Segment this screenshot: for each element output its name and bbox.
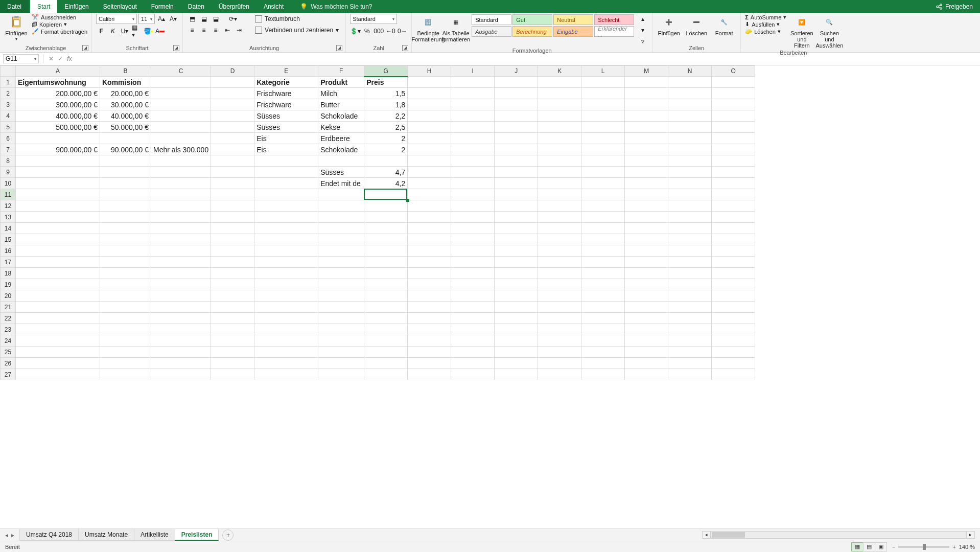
dec-decimal-button[interactable]: 0→ bbox=[397, 26, 407, 36]
merge-check-icon bbox=[255, 27, 262, 34]
cell-style-neutral[interactable]: Neutral bbox=[553, 14, 593, 25]
font-name-combo[interactable]: Calibri▾ bbox=[96, 14, 137, 24]
copy-button[interactable]: 🗐Kopieren ▾ bbox=[32, 21, 87, 28]
paste-icon bbox=[9, 15, 24, 29]
name-box[interactable]: G11▾ bbox=[3, 54, 39, 63]
fill-button[interactable]: ⬇ Ausfüllen ▾ bbox=[745, 21, 786, 28]
ribbon-tab-formeln[interactable]: Formeln bbox=[144, 0, 181, 13]
align-top-button[interactable]: ⬒ bbox=[187, 14, 197, 24]
brush-icon: 🖌️ bbox=[32, 28, 39, 35]
search-icon: 🔍 bbox=[822, 15, 837, 29]
cut-button[interactable]: ✂️Ausschneiden bbox=[32, 14, 87, 20]
align-left-button[interactable]: ≡ bbox=[187, 25, 197, 35]
ribbon-tab-start[interactable]: Start bbox=[30, 0, 57, 13]
merge-center-button[interactable]: Verbinden und zentrieren ▾ bbox=[252, 25, 341, 35]
delete-icon: ➖ bbox=[689, 15, 704, 29]
grow-font-button[interactable]: A▴ bbox=[156, 14, 167, 24]
conditional-format-button[interactable]: 🔢Bedingte Formatierung bbox=[416, 14, 440, 42]
wrap-text-button[interactable]: Textumbruch bbox=[252, 14, 341, 24]
cell-style-berechnung[interactable]: Berechnung bbox=[512, 26, 552, 37]
font-group-label: Schriftart bbox=[126, 45, 149, 51]
sort-filter-button[interactable]: 🔽Sortieren und Filtern bbox=[789, 14, 814, 49]
sort-icon: 🔽 bbox=[794, 15, 809, 29]
number-launcher[interactable]: ◢ bbox=[402, 45, 408, 51]
bulb-icon: 💡 bbox=[300, 3, 308, 10]
wrap-check-icon bbox=[255, 15, 262, 22]
inc-decimal-button[interactable]: ←0 bbox=[385, 26, 395, 36]
svg-point-2 bbox=[940, 7, 942, 9]
percent-button[interactable]: % bbox=[362, 26, 372, 36]
ribbon-tab-ansicht[interactable]: Ansicht bbox=[256, 0, 291, 13]
font-size-combo[interactable]: 11▾ bbox=[138, 14, 155, 24]
cell-style-gut[interactable]: Gut bbox=[512, 14, 552, 25]
fill-color-button[interactable]: 🪣 bbox=[143, 26, 153, 36]
cancel-formula-button[interactable]: ✕ bbox=[46, 55, 56, 62]
number-format-combo[interactable]: Standard▾ bbox=[350, 14, 397, 24]
orientation-button[interactable]: ⟳▾ bbox=[228, 14, 238, 24]
svg-rect-4 bbox=[14, 16, 19, 18]
clipboard-launcher[interactable]: ◢ bbox=[82, 45, 88, 51]
svg-rect-5 bbox=[14, 20, 19, 26]
format-as-table-button[interactable]: ▦Als Tabelle formatieren bbox=[444, 14, 468, 42]
align-bottom-button[interactable]: ⬓ bbox=[211, 14, 221, 24]
align-launcher[interactable]: ◢ bbox=[336, 45, 342, 51]
align-right-button[interactable]: ≡ bbox=[211, 25, 221, 35]
cell-style-erkl-render-[interactable]: Erklärender ... bbox=[594, 26, 634, 37]
ribbon-tab-einfügen[interactable]: Einfügen bbox=[57, 0, 96, 13]
number-group-label: Zahl bbox=[374, 45, 384, 51]
share-icon bbox=[936, 3, 943, 10]
clear-button[interactable]: 🧽 Löschen ▾ bbox=[745, 28, 786, 35]
align-group-label: Ausrichtung bbox=[249, 45, 279, 51]
comma-button[interactable]: 000 bbox=[374, 26, 384, 36]
cell-style-ausgabe[interactable]: Ausgabe bbox=[472, 26, 511, 37]
ribbon-tab-überprüfen[interactable]: Überprüfen bbox=[212, 0, 256, 13]
styles-down-button[interactable]: ▾ bbox=[638, 25, 648, 35]
cell-style-standard[interactable]: Standard bbox=[472, 14, 511, 25]
border-button[interactable]: ▦ ▾ bbox=[131, 26, 142, 36]
indent-dec-button[interactable]: ⇤ bbox=[222, 25, 232, 35]
bucket-icon: 🪣 bbox=[144, 28, 151, 35]
editing-group-label: Bearbeiten bbox=[780, 50, 807, 56]
format-icon: 🔧 bbox=[716, 15, 732, 29]
fill-down-icon: ⬇ bbox=[745, 21, 750, 28]
font-launcher[interactable]: ◢ bbox=[173, 45, 179, 51]
shrink-font-button[interactable]: A▾ bbox=[168, 14, 178, 24]
underline-button[interactable]: U ▾ bbox=[120, 26, 130, 36]
paste-button[interactable]: Einfügen▾ bbox=[4, 14, 29, 42]
insert-cells-button[interactable]: ➕Einfügen bbox=[657, 14, 681, 36]
align-middle-button[interactable]: ⬓ bbox=[199, 14, 209, 24]
insert-icon: ➕ bbox=[661, 15, 676, 29]
clipboard-group-label: Zwischenablage bbox=[26, 45, 66, 51]
autosum-button[interactable]: Σ AutoSumme ▾ bbox=[745, 14, 786, 20]
fx-button[interactable]: fx bbox=[65, 55, 74, 62]
indent-inc-button[interactable]: ⇥ bbox=[234, 25, 244, 35]
font-color-button[interactable]: A bbox=[155, 26, 165, 36]
italic-button[interactable]: K bbox=[108, 26, 118, 36]
ribbon-tab-daten[interactable]: Daten bbox=[181, 0, 212, 13]
cell-style-eingabe[interactable]: Eingabe bbox=[553, 26, 593, 37]
styles-group-label: Formatvorlagen bbox=[512, 48, 552, 54]
ribbon-tab-seitenlayout[interactable]: Seitenlayout bbox=[96, 0, 144, 13]
tell-me-text: Was möchten Sie tun? bbox=[311, 3, 372, 10]
styles-more-button[interactable]: ▿ bbox=[638, 36, 648, 47]
align-center-button[interactable]: ≡ bbox=[199, 25, 209, 35]
file-tab[interactable]: Datei bbox=[0, 0, 29, 13]
bold-button[interactable]: F bbox=[96, 26, 106, 36]
delete-cells-button[interactable]: ➖Löschen bbox=[684, 14, 709, 36]
cell-style-schlecht[interactable]: Schlecht bbox=[594, 14, 634, 25]
svg-point-1 bbox=[940, 4, 942, 6]
format-painter-button[interactable]: 🖌️Format übertragen bbox=[32, 28, 87, 35]
cond-format-icon: 🔢 bbox=[421, 15, 436, 29]
tell-me[interactable]: 💡 Was möchten Sie tun? bbox=[300, 0, 372, 13]
table-icon: ▦ bbox=[448, 15, 463, 29]
accept-formula-button[interactable]: ✓ bbox=[56, 55, 65, 62]
eraser-icon: 🧽 bbox=[745, 28, 752, 35]
find-select-button[interactable]: 🔍Suchen und Auswählen bbox=[817, 14, 842, 49]
svg-point-0 bbox=[937, 6, 939, 8]
cut-icon: ✂️ bbox=[32, 14, 39, 20]
format-cells-button[interactable]: 🔧Format bbox=[712, 14, 736, 36]
accounting-button[interactable]: 💲▾ bbox=[350, 26, 360, 36]
cells-group-label: Zellen bbox=[689, 45, 704, 51]
share-button[interactable]: Freigeben bbox=[928, 0, 980, 13]
styles-up-button[interactable]: ▴ bbox=[638, 14, 648, 24]
